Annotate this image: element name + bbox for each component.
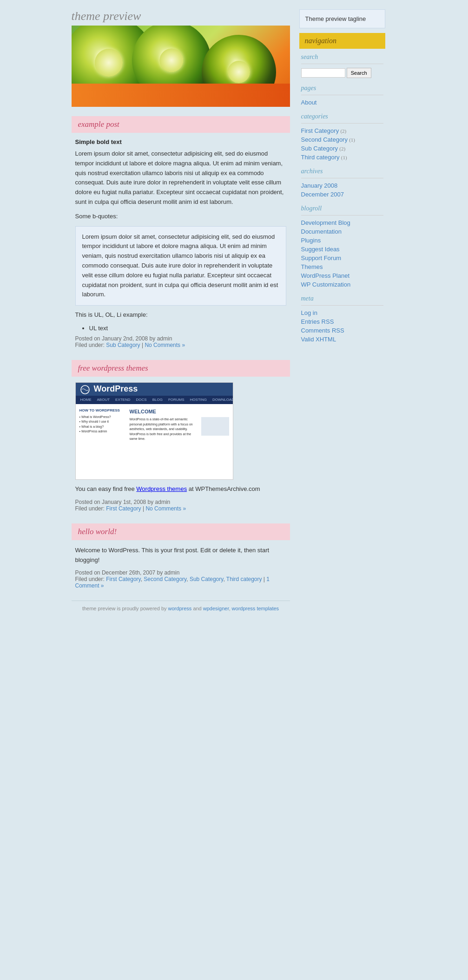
sidebar-tagline: Theme preview tagline [299, 9, 385, 28]
post-title-bar-1: example post [72, 116, 290, 133]
blogroll-link-7[interactable]: WP Customization [301, 281, 351, 288]
filed-under-3: Filed under: [75, 576, 105, 582]
posted-on-2: Posted on January 1st, 2008 by admin [75, 499, 171, 505]
blogroll-link-2[interactable]: Plugins [301, 237, 321, 244]
blogroll-item-1: Documentation [301, 228, 383, 235]
nav-docs: DOCS [136, 398, 147, 402]
post-hello-world: hello world! Welcome to WordPress. This … [72, 523, 290, 589]
meta-list: Log in Entries RSS Comments RSS Valid XH… [301, 309, 383, 343]
categories-title: categories [301, 113, 383, 120]
category-item-2: Sub Category (2) [301, 145, 383, 152]
category-link-1[interactable]: Sub Category [106, 342, 140, 348]
meta-title: meta [301, 295, 383, 302]
comments-link-1[interactable]: No Comments » [145, 342, 185, 348]
blogroll-link-4[interactable]: Support Forum [301, 255, 342, 261]
categories-list: First Category (2) Second Category (1) S… [301, 127, 383, 161]
category-count-0: (2) [340, 128, 346, 134]
pages-divider [301, 95, 383, 95]
post-title-1: example post [78, 120, 283, 129]
wordpress-themes-link[interactable]: Wordpress themes [136, 485, 187, 492]
archive-link-1[interactable]: December 2007 [301, 191, 344, 198]
meta-link-0[interactable]: Log in [301, 309, 317, 316]
blogroll-list: Development Blog Documentation Plugins S… [301, 219, 383, 288]
footer-text-3: , [229, 606, 230, 611]
category-link-3c[interactable]: Sub Category [190, 576, 224, 582]
wp-main: WELCOME WordPress is a state-of-the-art … [130, 408, 229, 442]
blogroll-item-7: WP Customization [301, 281, 383, 288]
blogroll-link-6[interactable]: WordPress Planet [301, 272, 350, 279]
nav-extend: EXTEND [115, 398, 130, 402]
blogroll-link-3[interactable]: Suggest Ideas [301, 246, 340, 253]
sidebar-search-section: search Search [299, 53, 385, 78]
wp-header: WordPress [76, 383, 233, 396]
post-bquote-intro: Some b-quotes: [75, 212, 286, 222]
sidebar: Theme preview tagline navigation search … [299, 9, 385, 350]
page-link-about[interactable]: About [301, 99, 317, 106]
category-link-1[interactable]: Second Category [301, 136, 348, 143]
search-input[interactable] [301, 68, 345, 78]
post-title-2: free wordpress themes [78, 364, 283, 373]
category-item-0: First Category (2) [301, 127, 383, 135]
post-example: example post Simple bold text Lorem ipsu… [72, 116, 290, 348]
wp-image-box [201, 417, 229, 436]
category-link-0[interactable]: First Category [301, 127, 339, 134]
blogroll-link-5[interactable]: Themes [301, 263, 323, 270]
post-heading-1: Simple bold text [75, 138, 286, 145]
ul-list: UL text [75, 325, 286, 332]
category-link-3d[interactable]: Third category [226, 576, 262, 582]
post-body-1: Lorem ipsum dolor sit amet, consectetur … [75, 149, 286, 207]
sidebar-nav-title: navigation [305, 37, 380, 45]
sidebar-blogroll-section: blogroll Development Blog Documentation … [299, 205, 385, 288]
post-meta-1: Posted on January 2nd, 2008 by admin Fil… [75, 335, 286, 348]
post-meta-2: Posted on January 1st, 2008 by admin Fil… [75, 499, 286, 512]
archive-link-0[interactable]: January 2008 [301, 182, 338, 189]
nav-download: DOWNLOAD [212, 398, 233, 402]
post-meta-3: Posted on December 26th, 2007 by admin F… [75, 569, 286, 589]
nav-about: ABOUT [97, 398, 110, 402]
blogroll-item-2: Plugins [301, 237, 383, 244]
comments-link-2[interactable]: No Comments » [145, 505, 186, 512]
post-content-3: Welcome to WordPress. This is your first… [72, 546, 290, 589]
wp-sidebar: HOW TO WORDPRESS • What is WordPress? • … [79, 408, 126, 442]
nav-blog: BLOG [152, 398, 163, 402]
filed-under-1: Filed under: [75, 342, 105, 348]
category-link-3b[interactable]: Second Category [144, 576, 186, 582]
category-link-2[interactable]: Sub Category [301, 145, 338, 152]
wp-welcome: WELCOME [130, 408, 229, 416]
meta-link-1[interactable]: Entries RSS [301, 318, 334, 325]
sidebar-nav-header: navigation [299, 33, 385, 49]
meta-link-3[interactable]: Valid XHTML [301, 336, 336, 343]
nav-forums: FORUMS [168, 398, 185, 402]
blogroll-link-0[interactable]: Development Blog [301, 219, 350, 226]
post-title-3: hello world! [78, 527, 283, 536]
footer-link-wpt[interactable]: wordpress templates [232, 606, 279, 611]
footer-link-wpd[interactable]: wpdesigner [203, 606, 229, 611]
post-title-bar-2: free wordpress themes [72, 360, 290, 377]
archives-title: archives [301, 168, 383, 175]
category-link-3[interactable]: Third category [301, 154, 340, 161]
footer-link-wp[interactable]: wordpress [168, 606, 192, 611]
posted-on-3: Posted on December 26th, 2007 by admin [75, 569, 180, 576]
blogroll-item-0: Development Blog [301, 219, 383, 227]
blogroll-link-1[interactable]: Documentation [301, 228, 342, 235]
archives-list: January 2008 December 2007 [301, 182, 383, 198]
search-button[interactable]: Search [347, 68, 371, 78]
post-wordpress-themes: free wordpress themes WordPress [72, 360, 290, 512]
blogroll-item-3: Suggest Ideas [301, 246, 383, 253]
search-divider [301, 64, 383, 64]
blogroll-divider [301, 215, 383, 216]
blogroll-item-6: WordPress Planet [301, 272, 383, 280]
meta-link-2[interactable]: Comments RSS [301, 327, 344, 334]
category-link-3a[interactable]: First Category [106, 576, 140, 582]
meta-item-0: Log in [301, 309, 383, 317]
filed-under-2: Filed under: [75, 505, 105, 512]
blogroll-title: blogroll [301, 205, 383, 212]
sidebar-pages-section: pages About [299, 85, 385, 106]
wp-body: HOW TO WORDPRESS • What is WordPress? • … [76, 404, 233, 445]
category-link-2[interactable]: First Category [106, 505, 141, 512]
sidebar-archives-section: archives January 2008 December 2007 [299, 168, 385, 198]
post-lists-intro: This is UL, OL, Li example: [75, 310, 286, 320]
pages-title: pages [301, 85, 383, 92]
posted-on-1: Posted on January 2nd, 2008 by admin [75, 335, 172, 342]
search-form: Search [301, 68, 383, 78]
